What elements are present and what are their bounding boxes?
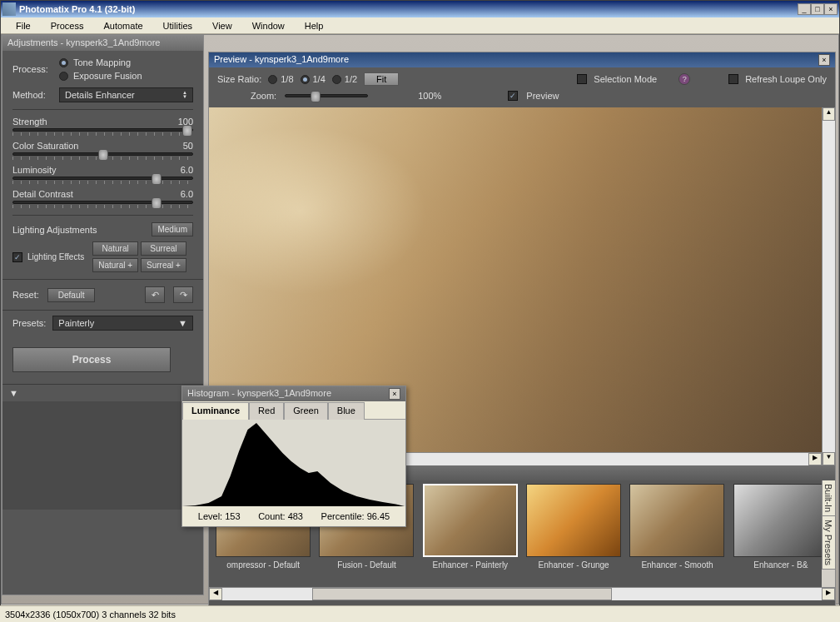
minimize-button[interactable]: _ (798, 3, 811, 15)
redo-button[interactable]: ↷ (173, 286, 193, 303)
scroll-up-button[interactable]: ▲ (823, 107, 835, 121)
menu-file[interactable]: File (6, 19, 41, 32)
zoom-label: Zoom: (251, 91, 276, 101)
natural-button[interactable]: Natural (92, 241, 138, 256)
preview-title: Preview - kynsperk3_1And9more (214, 54, 349, 66)
status-text: 3504x2336 (1050x700) 3 channels 32 bits (5, 610, 176, 620)
luminosity-slider[interactable] (12, 177, 193, 180)
tab-blue[interactable]: Blue (328, 402, 365, 420)
histogram-window[interactable]: Histogram - kynsperk3_1And9more × Lumina… (181, 386, 406, 527)
method-value: Details Enhancer (65, 90, 135, 100)
lighting-medium-button[interactable]: Medium (152, 222, 193, 236)
histogram-titlebar[interactable]: Histogram - kynsperk3_1And9more × (182, 386, 405, 401)
maximize-button[interactable]: □ (811, 3, 824, 15)
preview-close-button[interactable]: × (818, 54, 830, 66)
menu-automate[interactable]: Automate (93, 19, 152, 32)
scroll-left-button[interactable]: ◀ (209, 588, 222, 600)
refresh-loupe-label: Refresh Loupe Only (745, 74, 827, 84)
menubar: File Process Automate Utilities View Win… (1, 17, 839, 34)
lighting-label: Lighting Adjustments (12, 225, 97, 235)
preset-item[interactable]: Enhancer - Smooth (629, 484, 724, 584)
fit-button[interactable]: Fit (364, 72, 399, 86)
preset-thumbnail (526, 484, 621, 557)
tab-red[interactable]: Red (249, 402, 284, 420)
saturation-slider[interactable] (12, 152, 193, 156)
histogram-count: Count: 483 (258, 511, 303, 521)
dropdown-icon: ▼ (178, 318, 187, 328)
menu-process[interactable]: Process (41, 19, 94, 32)
size-ratio-label: Size Ratio: (217, 74, 261, 84)
vertical-scrollbar[interactable]: ▲ ▼ (822, 107, 835, 465)
tab-luminance[interactable]: Luminance (182, 402, 249, 420)
slider-thumb[interactable] (182, 125, 192, 137)
histogram-tabs: Luminance Red Green Blue (182, 401, 405, 420)
preset-item[interactable]: Enhancer - B& (733, 484, 828, 584)
detail-value: 6.0 (181, 189, 193, 199)
disclosure-toggle[interactable]: ▼ (2, 384, 203, 401)
menu-view[interactable]: View (202, 19, 242, 32)
tab-my-presets[interactable]: My Presets (822, 516, 835, 570)
redo-icon: ↷ (180, 290, 187, 301)
preset-thumbnail (629, 484, 724, 557)
main-window: Photomatix Pro 4.1 (32-bit) _ □ × File P… (0, 0, 840, 622)
slider-thumb[interactable] (311, 91, 321, 102)
menu-window[interactable]: Window (242, 19, 295, 32)
presets-scrollbar[interactable]: ◀ ▶ (209, 587, 835, 600)
zoom-slider[interactable] (285, 94, 368, 97)
ratio-12[interactable]: 1/2 (332, 74, 357, 84)
tone-mapping-label: Tone Mapping (73, 57, 131, 67)
scrollbar-thumb[interactable] (312, 588, 612, 600)
lighting-effects-label: Lighting Effects (27, 252, 84, 261)
histogram-close-button[interactable]: × (389, 388, 400, 400)
preview-titlebar[interactable]: Preview - kynsperk3_1And9more × (209, 52, 835, 67)
tab-builtin[interactable]: Built-In (822, 480, 835, 516)
undo-button[interactable]: ↶ (145, 286, 165, 303)
surreal-plus-button[interactable]: Surreal + (141, 258, 186, 272)
radio-dot-icon (59, 58, 68, 67)
refresh-loupe-checkbox[interactable] (728, 74, 738, 84)
help-icon[interactable]: ? (678, 73, 690, 85)
radio-dot-icon (332, 75, 341, 84)
preset-thumbnail (733, 484, 828, 557)
radio-tone-mapping[interactable]: Tone Mapping (59, 57, 142, 67)
preview-check-label: Preview (526, 91, 559, 101)
slider-thumb[interactable] (152, 173, 162, 185)
menu-utilities[interactable]: Utilities (153, 19, 202, 32)
detail-slider[interactable] (12, 201, 193, 204)
presets-label: Presets: (12, 318, 46, 328)
menu-help[interactable]: Help (295, 19, 334, 32)
ratio-18[interactable]: 1/8 (268, 74, 293, 84)
radio-dot-icon (59, 72, 68, 81)
histogram-svg (182, 420, 405, 506)
radio-exposure-fusion[interactable]: Exposure Fusion (59, 71, 142, 81)
collapsed-area (2, 401, 203, 510)
window-title: Photomatix Pro 4.1 (32-bit) (19, 4, 798, 14)
process-label: Process: (12, 64, 59, 74)
strength-slider[interactable] (12, 128, 193, 132)
scroll-right-button[interactable]: ▶ (808, 453, 822, 465)
adjustments-title[interactable]: Adjustments - kynsperk3_1And9more (2, 36, 203, 51)
slider-thumb[interactable] (98, 149, 108, 161)
presets-select[interactable]: Painterly ▼ (52, 316, 193, 331)
reset-label: Reset: (12, 290, 39, 300)
tab-green[interactable]: Green (284, 402, 328, 420)
radio-dot-icon (301, 75, 310, 84)
surreal-button[interactable]: Surreal (141, 241, 186, 256)
method-select[interactable]: Details Enhancer ▲▼ (59, 87, 193, 102)
process-button[interactable]: Process (12, 347, 171, 372)
ratio-14[interactable]: 1/4 (301, 74, 326, 84)
preset-item-selected[interactable]: Enhancer - Painterly (423, 484, 518, 584)
scroll-right-button[interactable]: ▶ (822, 588, 835, 600)
preview-checkbox[interactable]: ✓ (508, 91, 518, 101)
preset-item[interactable]: Enhancer - Grunge (526, 484, 621, 584)
default-button[interactable]: Default (47, 288, 96, 302)
scroll-down-button[interactable]: ▼ (823, 452, 835, 465)
preset-thumbnail (423, 484, 518, 557)
selection-mode-checkbox[interactable] (577, 74, 587, 84)
close-button[interactable]: × (824, 3, 838, 15)
lighting-effects-checkbox[interactable]: ✓ (12, 252, 22, 262)
slider-thumb[interactable] (152, 197, 162, 209)
main-titlebar[interactable]: Photomatix Pro 4.1 (32-bit) _ □ × (1, 1, 839, 17)
workspace: Adjustments - kynsperk3_1And9more Proces… (1, 34, 839, 605)
natural-plus-button[interactable]: Natural + (92, 258, 138, 272)
